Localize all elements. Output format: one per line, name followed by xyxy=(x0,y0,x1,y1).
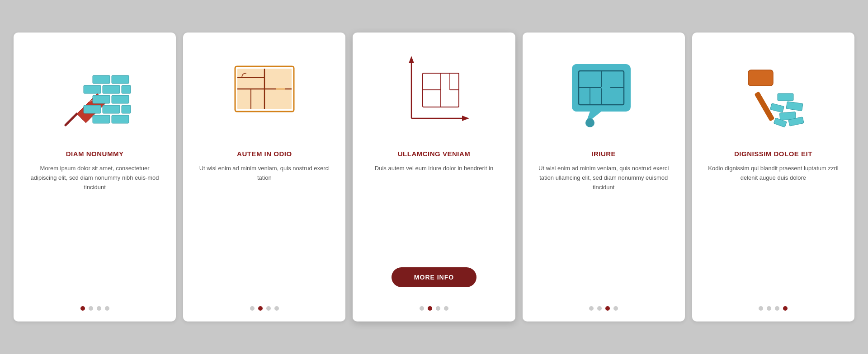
card-3-text: Duis autem vel eum iriure dolor in hendr… xyxy=(375,164,493,259)
dot xyxy=(613,306,618,311)
dot xyxy=(444,306,448,311)
svg-rect-13 xyxy=(93,115,110,123)
svg-rect-7 xyxy=(122,85,131,93)
card-2-dots xyxy=(250,297,279,311)
dot xyxy=(428,306,432,311)
card-4-title: IRIURE xyxy=(591,150,616,158)
dot xyxy=(97,306,101,311)
dot xyxy=(597,306,602,311)
svg-line-0 xyxy=(66,114,77,125)
svg-rect-44 xyxy=(770,103,784,113)
card-1: DIAM NONUMMY Morem ipsum dolor sit amet,… xyxy=(14,33,176,321)
card-1-text: Morem ipsum dolor sit amet, consectetuer… xyxy=(26,164,163,297)
floorplan-axes-icon xyxy=(393,46,475,136)
dot xyxy=(759,306,763,311)
card-3-dots xyxy=(420,297,448,311)
dot xyxy=(775,306,779,311)
svg-rect-40 xyxy=(748,70,773,86)
dot xyxy=(589,306,594,311)
card-5-text: Kodio dignissim qui blandit praesent lup… xyxy=(705,164,842,297)
card-5-dots xyxy=(759,297,788,311)
svg-rect-6 xyxy=(103,85,120,93)
svg-marker-23 xyxy=(409,56,414,63)
dot xyxy=(266,306,271,311)
dot xyxy=(605,306,610,311)
cards-container: DIAM NONUMMY Morem ipsum dolor sit amet,… xyxy=(14,33,854,321)
blueprint-blue-icon xyxy=(563,46,644,136)
svg-rect-12 xyxy=(122,105,131,113)
dot xyxy=(767,306,771,311)
brickwall-trowel-icon xyxy=(54,46,136,136)
svg-marker-25 xyxy=(462,116,469,121)
card-4-dots xyxy=(589,297,618,311)
dot xyxy=(80,306,85,311)
hammer-bricks-icon xyxy=(732,46,814,136)
card-4-text: Ut wisi enim ad minim veniam, quis nostr… xyxy=(535,164,672,297)
dot xyxy=(436,306,440,311)
card-3-title: ULLAMCING VENIAM xyxy=(398,150,471,158)
card-4: IRIURE Ut wisi enim ad minim veniam, qui… xyxy=(523,33,685,321)
more-info-button[interactable]: MORE INFO xyxy=(392,267,476,287)
card-1-title: DIAM NONUMMY xyxy=(66,150,124,158)
card-1-dots xyxy=(80,297,109,311)
svg-rect-10 xyxy=(84,105,101,113)
dot xyxy=(250,306,255,311)
card-2: AUTEM IN ODIO Ut wisi enim ad minim veni… xyxy=(183,33,345,321)
card-2-title: AUTEM IN ODIO xyxy=(237,150,292,158)
dot xyxy=(89,306,93,311)
svg-rect-8 xyxy=(93,95,110,103)
svg-rect-42 xyxy=(786,102,803,111)
card-3: ULLAMCING VENIAM Duis autem vel eum iriu… xyxy=(353,33,515,321)
svg-rect-5 xyxy=(84,85,101,93)
dot xyxy=(783,306,788,311)
svg-rect-4 xyxy=(112,75,129,84)
svg-rect-11 xyxy=(103,105,120,113)
card-5-title: DIGNISSIM DOLOE EIT xyxy=(734,150,812,158)
floorplan-orange-icon xyxy=(224,46,305,136)
svg-rect-9 xyxy=(112,95,129,103)
dot xyxy=(258,306,263,311)
svg-rect-3 xyxy=(93,75,110,84)
dot xyxy=(420,306,424,311)
card-2-text: Ut wisi enim ad minim veniam, quis nostr… xyxy=(196,164,333,297)
card-5: DIGNISSIM DOLOE EIT Kodio dignissim qui … xyxy=(692,33,854,321)
dot xyxy=(105,306,109,311)
svg-rect-14 xyxy=(112,115,129,123)
svg-rect-41 xyxy=(778,93,793,101)
svg-point-33 xyxy=(585,118,594,127)
dot xyxy=(274,306,279,311)
